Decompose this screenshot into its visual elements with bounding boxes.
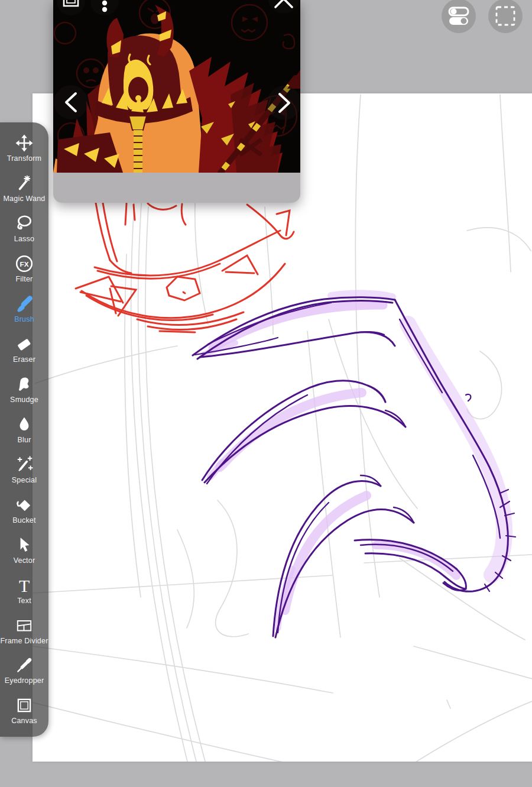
sparkle-pen-icon bbox=[15, 455, 34, 474]
tool-label: Eraser bbox=[13, 355, 35, 364]
move-arrows-icon bbox=[15, 134, 34, 153]
eyedropper-icon bbox=[15, 656, 34, 675]
sidebar-item-brush[interactable]: Brush bbox=[0, 294, 48, 323]
prev-image-button[interactable] bbox=[54, 85, 88, 119]
sidebar-item-special[interactable]: Special bbox=[0, 455, 48, 484]
sidebar-item-eraser[interactable]: Eraser bbox=[0, 335, 48, 364]
tool-label: Bucket bbox=[12, 516, 35, 524]
tool-label: Eyedropper bbox=[5, 676, 44, 685]
app-root: Transform Magic Wand Lasso FX Filter Bru… bbox=[0, 0, 532, 787]
selection-tool-button[interactable] bbox=[488, 0, 523, 33]
sidebar-item-text[interactable]: T Text bbox=[0, 576, 48, 605]
next-image-button[interactable] bbox=[267, 86, 300, 120]
water-drop-icon bbox=[15, 415, 34, 434]
tool-sidebar: Transform Magic Wand Lasso FX Filter Bru… bbox=[0, 122, 48, 737]
smudge-finger-icon bbox=[15, 375, 34, 394]
tool-label: Frame Divider bbox=[0, 637, 48, 645]
toggle-switches-icon bbox=[447, 4, 471, 28]
text-icon: T bbox=[15, 576, 34, 595]
panel-drag-handle[interactable] bbox=[53, 173, 300, 203]
sidebar-item-eyedropper[interactable]: Eyedropper bbox=[0, 656, 48, 685]
reference-image-panel[interactable] bbox=[53, 0, 300, 203]
tool-label: Transform bbox=[7, 154, 41, 163]
tool-label: Smudge bbox=[10, 396, 38, 404]
tool-label: Blur bbox=[17, 436, 31, 444]
svg-text:FX: FX bbox=[20, 260, 29, 268]
panel-menu-button[interactable] bbox=[90, 0, 119, 15]
tool-label: Text bbox=[17, 597, 31, 605]
fullscreen-button[interactable] bbox=[57, 0, 85, 15]
sidebar-item-transform[interactable]: Transform bbox=[0, 134, 48, 163]
canvas-square-icon bbox=[15, 696, 34, 715]
panel-close-button[interactable] bbox=[268, 0, 299, 15]
brush-icon bbox=[15, 294, 34, 313]
reference-image bbox=[53, 0, 300, 173]
reference-artwork bbox=[53, 0, 300, 173]
paint-bucket-icon bbox=[15, 495, 34, 514]
eraser-icon bbox=[15, 335, 34, 354]
cursor-arrow-icon bbox=[15, 536, 34, 555]
dashed-square-icon bbox=[494, 4, 517, 28]
sidebar-item-frame-divider[interactable]: Frame Divider bbox=[0, 616, 48, 645]
sidebar-item-lasso[interactable]: Lasso bbox=[0, 214, 48, 243]
svg-text:T: T bbox=[19, 576, 30, 595]
tool-label: Lasso bbox=[14, 235, 34, 243]
sidebar-item-canvas[interactable]: Canvas bbox=[0, 696, 48, 725]
sidebar-item-blur[interactable]: Blur bbox=[0, 415, 48, 444]
layer-toggles-button[interactable] bbox=[442, 0, 476, 33]
sidebar-item-vector[interactable]: Vector bbox=[0, 536, 48, 565]
sidebar-item-magic-wand[interactable]: Magic Wand bbox=[0, 174, 48, 203]
tool-label: Magic Wand bbox=[3, 195, 45, 203]
tool-label: Special bbox=[12, 476, 37, 484]
sidebar-item-smudge[interactable]: Smudge bbox=[0, 375, 48, 404]
sidebar-item-filter[interactable]: FX Filter bbox=[0, 254, 48, 283]
magic-wand-icon bbox=[15, 174, 34, 193]
lasso-icon bbox=[15, 214, 34, 233]
frame-divider-icon bbox=[15, 616, 34, 635]
fx-circle-icon: FX bbox=[15, 254, 34, 273]
tool-label: Canvas bbox=[11, 717, 37, 725]
tool-label: Brush bbox=[14, 315, 34, 323]
sidebar-item-bucket[interactable]: Bucket bbox=[0, 495, 48, 524]
tool-label: Vector bbox=[14, 556, 35, 565]
tool-label: Filter bbox=[16, 275, 33, 283]
